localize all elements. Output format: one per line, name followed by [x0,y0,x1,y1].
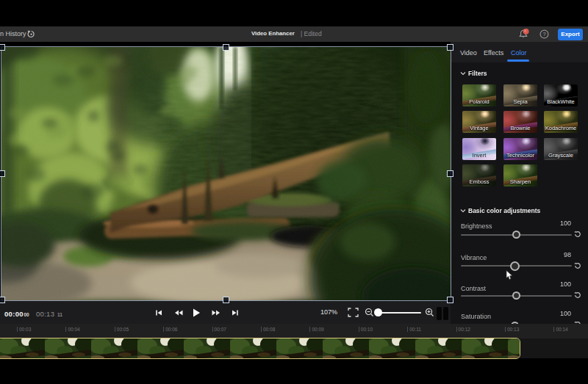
svg-text:?: ? [542,31,545,37]
